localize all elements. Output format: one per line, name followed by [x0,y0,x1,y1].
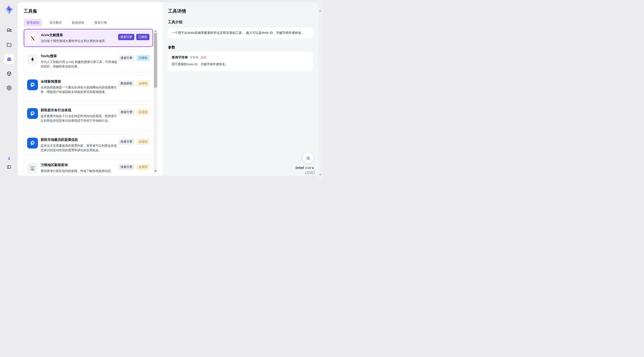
tool-description: 访问各个研究领域大量科学论文和文章的存储库。 [41,39,118,43]
page-scroll-up-arrow-icon[interactable] [318,9,322,13]
tool-name: 获取市场最活跃股票信息 [41,138,78,142]
download-button[interactable] [303,153,314,163]
news-q-logo-icon [27,138,38,148]
details-title: 工具详情 [168,8,186,14]
param-required-badge: 必填 [200,55,206,59]
tool-description: 全球新闻搜索是一个聚合全球各大新闻网站内容的搜索引擎，帮助用户快速获取全球最新资… [41,85,118,94]
sidebar-item-files[interactable] [4,40,14,50]
user-avatar[interactable] [6,155,12,162]
tool-name: 全球新闻搜索 [41,79,61,84]
tab-search-engine[interactable]: 搜索引擎 [92,19,110,27]
toolbox-icon [6,56,12,62]
category-badge: 数据获取 [118,80,134,87]
intel-core-logo: intel core ULTRA [294,166,316,174]
left-rail [0,0,18,178]
app-logo-icon [4,3,14,14]
sidebar-item-models[interactable] [4,69,14,78]
arxiv-logo-icon [27,33,38,44]
params-heading: 参数 [168,45,175,50]
auth-status-badge: 未授权 [136,80,150,87]
sidebar-toggle-button[interactable] [4,163,14,171]
tool-description: 专为人工智能代理 (LLM) 构建的搜索引擎工具，可快速提供实时、准确和真实的结… [41,60,118,69]
sidebar-item-tools[interactable] [4,54,14,64]
sidebar-item-chat[interactable] [4,25,14,35]
tool-name: 万维地区新闻查询 [41,163,68,167]
person-icon [7,156,11,160]
tool-name: Tavily搜索 [41,54,57,58]
tool-card-local-news[interactable]: LOCAL NEW 万维地区新闻查询 查询具体行政区划内的新闻，快速了解各地新闻… [24,159,153,176]
tool-name: 获取股市各行业表现 [41,108,71,112]
tab-translation[interactable]: 语言翻译 [46,19,65,27]
tool-list-scrollbar[interactable] [154,29,158,173]
auth-status-badge: 已授权 [136,34,150,40]
gear-icon [6,85,12,91]
scrollbar-thumb[interactable] [154,33,157,87]
tool-card-arxiv[interactable]: Arxiv文献搜索 访问各个研究领域大量科学论文和文章的存储库。 搜索引擎 已授… [24,29,153,47]
category-badge: 搜索引擎 [118,34,134,40]
tool-card-tavily[interactable]: Tavily搜索 专为人工智能代理 (LLM) 构建的搜索引擎工具，可快速提供实… [24,50,153,72]
tool-card-sector-performance[interactable]: 获取股市各行业表现 提供股票市场各个行业在特定时间段内的表现。投资者可以利用这些… [24,104,153,131]
sidebar-item-settings[interactable] [4,83,14,93]
tab-all-categories[interactable]: 所有类别 [24,19,42,27]
param-description: 用于搜索的Arxiv ID、关键字或作者姓名。 [172,62,309,66]
auth-status-badge: 未授权 [136,139,150,145]
auth-status-badge: 已授权 [136,55,150,61]
intro-heading: 工具介绍 [168,20,182,24]
sparkle-logo-icon [27,54,38,65]
tool-description: 查询具体行政区划内的新闻，快速了解各地新闻动态。 [41,169,118,173]
svg-text:NEW: NEW [32,167,34,168]
tool-card-most-active-stocks[interactable]: 获取市场最活跃股票信息 提供当天交易量最高的股票列表，投资者可以利用这些信息来识… [24,134,153,155]
main-panel: 工具集 所有类别 语言翻译 数据获取 搜索引擎 Arxiv文献搜索 访问各个研究… [18,2,318,176]
panel-toggle-icon [6,164,12,169]
core-wordmark: core [305,166,314,170]
tool-description: 提供当天交易量最高的股票列表，投资者可以利用这些信息来识别流动性强的股票和潜在的… [41,143,118,153]
page-scroll-down-arrow-icon[interactable] [318,173,322,177]
chat-icon [6,27,12,33]
news-q-logo-icon [27,79,38,90]
folder-icon [6,42,12,48]
scroll-down-arrow-icon[interactable] [154,169,158,173]
news-q-logo-icon [27,108,38,119]
cube-icon [6,71,12,76]
ultra-badge: ULTRA [306,171,314,174]
intro-text: 一个用于从Arxiv存储库搜索科学论文和文章的工具。 输入可以是Arxiv ID… [172,31,304,35]
category-badge: 搜索引擎 [118,164,134,170]
scroll-up-arrow-icon[interactable] [154,29,158,33]
category-badge: 搜索引擎 [118,139,134,145]
param-card: 查询字符串 字符串 必填 用于搜索的Arxiv ID、关键字或作者姓名。 [168,52,313,71]
page-title: 工具集 [24,8,37,14]
intel-wordmark: intel [296,166,304,170]
intro-card: 一个用于从Arxiv存储库搜索科学论文和文章的工具。 输入可以是Arxiv ID… [168,27,313,38]
auth-status-badge: 未授权 [136,164,150,170]
param-type: 字符串 [190,55,199,59]
category-tabs: 所有类别 语言翻译 数据获取 搜索引擎 [24,19,110,27]
download-icon [306,155,311,160]
tool-card-global-news[interactable]: 全球新闻搜索 全球新闻搜索是一个聚合全球各大新闻网站内容的搜索引擎，帮助用户快速… [24,76,153,101]
tool-name: Arxiv文献搜索 [41,33,63,37]
category-badge: 搜索引擎 [118,109,134,115]
param-name: 查询字符串 [172,55,188,59]
tab-data-fetch[interactable]: 数据获取 [69,19,88,27]
page-scrollbar[interactable] [318,0,322,178]
local-news-logo-icon: LOCAL NEW [27,163,38,174]
auth-status-badge: 未授权 [136,109,150,115]
category-badge: 搜索引擎 [118,55,134,61]
tool-description: 提供股票市场各个行业在特定时间段内的表现。投资者可以利用这些信息来识别表现优于或… [41,114,118,123]
